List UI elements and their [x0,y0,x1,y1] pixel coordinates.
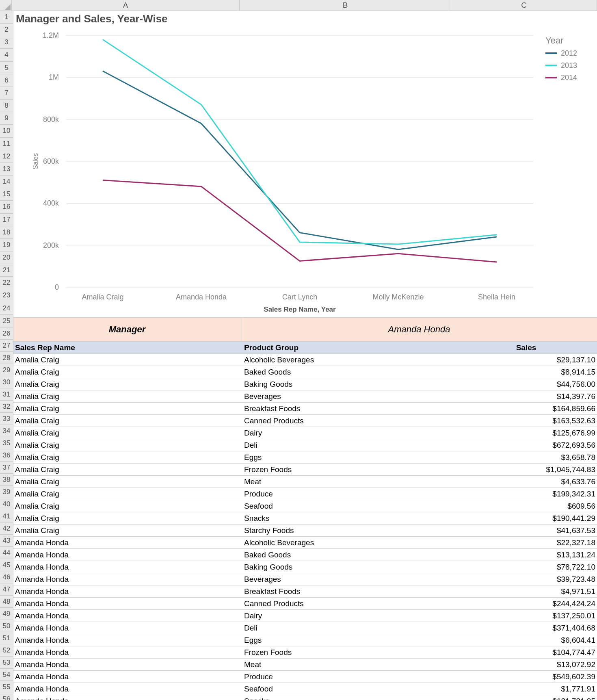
table-row[interactable]: Amalia CraigMeat$4,633.76 [13,476,597,488]
cell-sales[interactable]: $78,722.10 [455,561,597,573]
cell-product-group[interactable]: Breakfast Foods [242,403,455,414]
cell-product-group[interactable]: Beverages [242,573,455,585]
table-row[interactable]: Amanda HondaBeverages$39,723.48 [13,573,597,585]
row-header[interactable]: 38 [0,474,13,486]
table-row[interactable]: Amanda HondaBaked Goods$13,131.24 [13,549,597,561]
row-header[interactable]: 54 [0,669,13,681]
row-header[interactable]: 4 [0,49,13,61]
table-row[interactable]: Amalia CraigStarchy Foods$41,637.53 [13,524,597,537]
cell-product-group[interactable]: Dairy [242,427,455,439]
cell-sales-rep[interactable]: Amanda Honda [13,598,242,609]
table-row[interactable]: Amanda HondaAlcoholic Beverages$22,327.1… [13,537,597,549]
cell-product-group[interactable]: Snacks [242,512,455,524]
cell-sales[interactable]: $104,774.47 [455,646,597,658]
row-header[interactable]: 39 [0,486,13,498]
row-header[interactable]: 18 [0,226,13,239]
cell-product-group[interactable]: Seafood [242,683,455,695]
table-row[interactable]: Amalia CraigAlcoholic Beverages$29,137.1… [13,354,597,366]
column-header-C[interactable]: C [451,0,597,11]
table-row[interactable]: Amalia CraigDeli$672,693.56 [13,439,597,451]
table-row[interactable]: Amanda HondaSeafood$1,771.91 [13,683,597,695]
cell-sales-rep[interactable]: Amanda Honda [13,695,242,700]
row-header[interactable]: 24 [0,302,13,315]
cell-sales-rep[interactable]: Amalia Craig [13,415,242,427]
row-header[interactable]: 7 [0,87,13,100]
cell-product-group[interactable]: Snacks [242,695,455,700]
cell-sales[interactable]: $244,424.24 [455,598,597,609]
row-header[interactable]: 42 [0,522,13,535]
cell-sales[interactable]: $29,137.10 [455,354,597,366]
table-row[interactable]: Amalia CraigBeverages$14,397.76 [13,390,597,403]
cell-sales-rep[interactable]: Amanda Honda [13,537,242,548]
cell-sales-rep[interactable]: Amanda Honda [13,622,242,634]
row-header[interactable]: 17 [0,214,13,226]
cell-sales-rep[interactable]: Amalia Craig [13,439,242,451]
cell-sales[interactable]: $549,602.39 [455,671,597,683]
row-header[interactable]: 1 [0,11,13,24]
cell-sales-rep[interactable]: Amanda Honda [13,549,242,561]
cell-sales-rep[interactable]: Amalia Craig [13,403,242,414]
row-header[interactable]: 31 [0,388,13,401]
table-row[interactable]: Amanda HondaSnacks$131,781.05 [13,695,597,700]
row-header[interactable]: 49 [0,608,13,620]
cell-sales-rep[interactable]: Amanda Honda [13,561,242,573]
row-header[interactable]: 14 [0,176,13,188]
cell-sales-rep[interactable]: Amalia Craig [13,500,242,512]
row-header[interactable]: 21 [0,264,13,277]
cell-product-group[interactable]: Produce [242,488,455,500]
cell-sales-rep[interactable]: Amanda Honda [13,573,242,585]
row-header[interactable]: 28 [0,352,13,364]
cell-product-group[interactable]: Frozen Foods [242,646,455,658]
cell-sales[interactable]: $199,342.31 [455,488,597,500]
row-header[interactable]: 51 [0,632,13,644]
cell-product-group[interactable]: Breakfast Foods [242,585,455,597]
cell-product-group[interactable]: Starchy Foods [242,524,455,536]
cell-product-group[interactable]: Alcoholic Beverages [242,354,455,366]
row-header[interactable]: 20 [0,251,13,264]
cell-sales-rep[interactable]: Amalia Craig [13,390,242,402]
row-header[interactable]: 34 [0,425,13,437]
row-header[interactable]: 33 [0,413,13,425]
table-row[interactable]: Amanda HondaDeli$371,404.68 [13,622,597,634]
cell-sales[interactable]: $14,397.76 [455,390,597,402]
row-header[interactable]: 41 [0,510,13,522]
cell-sales-rep[interactable]: Amanda Honda [13,610,242,622]
cell-sales-rep[interactable]: Amanda Honda [13,671,242,683]
cell-sales-rep[interactable]: Amanda Honda [13,646,242,658]
cell-sales-rep[interactable]: Amalia Craig [13,427,242,439]
header-product-group[interactable]: Product Group [242,342,455,353]
column-header-B[interactable]: B [240,0,451,11]
chart-container[interactable]: Manager and Sales, Year-Wise 0200k400k60… [13,11,597,318]
cell-sales-rep[interactable]: Amalia Craig [13,464,242,475]
table-row[interactable]: Amanda HondaDairy$137,250.01 [13,610,597,622]
row-header[interactable]: 45 [0,559,13,571]
cell-sales[interactable]: $4,633.76 [455,476,597,488]
row-header[interactable]: 37 [0,462,13,474]
cell-product-group[interactable]: Eggs [242,634,455,646]
column-header-A[interactable]: A [12,0,240,11]
row-header[interactable]: 46 [0,571,13,583]
cell-sales-rep[interactable]: Amanda Honda [13,659,242,670]
cell-sales[interactable]: $1,771.91 [455,683,597,695]
cell-sales[interactable]: $6,604.41 [455,634,597,646]
cell-product-group[interactable]: Deli [242,622,455,634]
cell-sales[interactable]: $22,327.18 [455,537,597,548]
row-header[interactable]: 32 [0,401,13,413]
row-header[interactable]: 6 [0,74,13,87]
cell-sales[interactable]: $3,658.78 [455,451,597,463]
select-all-corner[interactable] [0,0,12,11]
cell-sales[interactable]: $44,756.00 [455,378,597,390]
table-row[interactable]: Amanda HondaCanned Products$244,424.24 [13,598,597,610]
cell-product-group[interactable]: Baked Goods [242,549,455,561]
table-row[interactable]: Amanda HondaBreakfast Foods$4,971.51 [13,585,597,598]
table-row[interactable]: Amalia CraigDairy$125,676.99 [13,427,597,439]
row-header[interactable]: 13 [0,163,13,176]
cell-product-group[interactable]: Meat [242,659,455,670]
row-header[interactable]: 10 [0,125,13,137]
cell-sales[interactable]: $1,045,744.83 [455,464,597,475]
cell-sales[interactable]: $39,723.48 [455,573,597,585]
cell-sales-rep[interactable]: Amalia Craig [13,524,242,536]
cell-sales[interactable]: $672,693.56 [455,439,597,451]
row-header[interactable]: 23 [0,289,13,302]
row-header[interactable]: 50 [0,620,13,632]
